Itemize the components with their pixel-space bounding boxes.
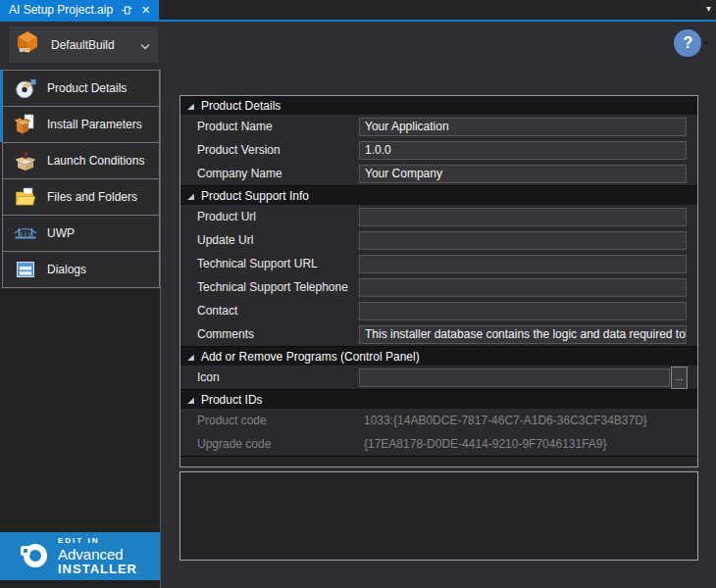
- grid-row: Update Url: [180, 228, 697, 252]
- section-title: Product IDs: [201, 393, 263, 407]
- main-panel: ◢Product DetailsProduct NameYour Applica…: [161, 69, 716, 588]
- description-panel: [179, 471, 698, 561]
- msi-package-icon: MSI: [15, 29, 40, 60]
- field-label: Product Version: [180, 143, 359, 157]
- field-label: Comments: [180, 327, 359, 341]
- sidebar-item-dialogs[interactable]: Dialogs: [2, 251, 160, 288]
- section-title: Product Details: [201, 99, 281, 113]
- uwp-bridge-icon: [14, 221, 37, 245]
- field-input[interactable]: Your Application: [359, 118, 687, 136]
- help-button[interactable]: ?: [674, 29, 701, 57]
- field-input[interactable]: 1.0.0: [359, 141, 687, 160]
- field-input[interactable]: Your Company: [359, 165, 687, 183]
- tab-ai-setup-project[interactable]: AI Setup Project.aip ✕: [0, 0, 159, 20]
- field-value: Your Application: [360, 120, 449, 133]
- badge-line1: EDIT IN: [58, 537, 137, 545]
- files-folders-folder-icon: [14, 185, 37, 209]
- sidebar-item-label: Product Details: [47, 81, 127, 95]
- sidebar-item-product-details[interactable]: Product Details: [2, 70, 160, 107]
- grid-row: Technical Support Telephone: [180, 275, 697, 299]
- field-input[interactable]: [359, 302, 687, 320]
- property-grid: ◢Product DetailsProduct NameYour Applica…: [179, 95, 698, 467]
- collapse-triangle-icon[interactable]: ◢: [187, 191, 194, 200]
- navigation-sidebar: Product Details Install Parameters: [0, 69, 161, 588]
- sidebar-item-launch-conditions[interactable]: ? Launch Conditions: [2, 142, 160, 179]
- sidebar-item-files-and-folders[interactable]: Files and Folders: [2, 178, 160, 216]
- collapse-triangle-icon[interactable]: ◢: [187, 352, 194, 361]
- collapse-triangle-icon[interactable]: ◢: [187, 101, 194, 110]
- field-label: Icon: [180, 370, 359, 384]
- field-label: Update Url: [180, 233, 359, 247]
- grid-row: Icon...: [180, 366, 697, 389]
- field-value: 1.0.0: [360, 143, 391, 157]
- field-label: Technical Support Telephone: [180, 280, 359, 294]
- grid-row: Upgrade code{17EA8178-D0DE-4414-9210-9F7…: [180, 432, 697, 456]
- document-tab-strip: AI Setup Project.aip ✕ ▾: [0, 0, 716, 22]
- advanced-installer-logo-icon: [20, 540, 49, 573]
- collapse-triangle-icon[interactable]: ◢: [187, 395, 194, 404]
- dialogs-window-icon: [14, 258, 37, 281]
- grid-row: CommentsThis installer database contains…: [180, 322, 697, 346]
- product-details-disc-icon: [14, 76, 37, 100]
- field-label: Company Name: [180, 167, 359, 180]
- tab-title: AI Setup Project.aip: [9, 3, 113, 17]
- section-header[interactable]: ◢Add or Remove Programs (Control Panel): [180, 346, 697, 366]
- svg-text:?: ?: [23, 149, 28, 161]
- field-input[interactable]: [359, 231, 687, 250]
- grid-row: Technical Support URL: [180, 252, 697, 275]
- browse-button[interactable]: ...: [671, 367, 688, 389]
- field-input[interactable]: [359, 368, 670, 387]
- question-mark-icon: ?: [684, 34, 693, 52]
- build-configuration-dropdown[interactable]: MSI DefaultBuild: [9, 26, 158, 63]
- chevron-down-icon: [140, 36, 150, 54]
- sidebar-item-label: Launch Conditions: [47, 154, 144, 168]
- badge-line3: INSTALLER: [58, 563, 137, 576]
- field-value: This installer database contains the log…: [360, 327, 687, 341]
- grid-filler: [180, 456, 697, 466]
- readonly-value: 1033:{14AB0DCE-7817-46C7-A1D6-36C3CF34B3…: [359, 414, 647, 427]
- edit-in-advanced-installer-badge[interactable]: EDIT IN Advanced INSTALLER: [0, 532, 160, 580]
- field-input[interactable]: This installer database contains the log…: [359, 325, 687, 344]
- grid-row: Product Version1.0.0: [180, 138, 697, 162]
- section-title: Add or Remove Programs (Control Panel): [201, 350, 420, 364]
- section-header[interactable]: ◢Product Details: [180, 96, 697, 115]
- section-header[interactable]: ◢Product IDs: [180, 389, 697, 409]
- field-value: Your Company: [360, 167, 442, 180]
- sidebar-item-label: UWP: [47, 226, 75, 240]
- field-input[interactable]: [359, 278, 687, 297]
- field-input[interactable]: [359, 255, 687, 273]
- field-label: Contact: [180, 304, 359, 318]
- field-label: Product code: [180, 414, 359, 427]
- sidebar-item-label: Install Parameters: [47, 118, 142, 131]
- help-chevron-down-icon[interactable]: ▾: [703, 38, 708, 48]
- field-label: Upgrade code: [180, 437, 359, 451]
- section-title: Product Support Info: [201, 189, 309, 203]
- grid-row: Contact: [180, 299, 697, 322]
- grid-row: Company NameYour Company: [180, 162, 697, 185]
- advanced-installer-window: AI Setup Project.aip ✕ ▾ MSI DefaultBuil…: [0, 0, 716, 588]
- sidebar-item-uwp[interactable]: UWP: [2, 215, 160, 252]
- nav-list: Product Details Install Parameters: [2, 70, 160, 288]
- section-header[interactable]: ◢Product Support Info: [180, 185, 697, 205]
- sidebar-item-label: Dialogs: [47, 263, 86, 276]
- launch-conditions-question-box-icon: ?: [14, 149, 37, 172]
- grid-row: Product Url: [180, 205, 697, 228]
- field-label: Product Url: [180, 210, 359, 223]
- field-label: Product Name: [180, 120, 359, 133]
- close-icon[interactable]: ✕: [141, 5, 150, 16]
- badge-line2: Advanced: [58, 547, 137, 563]
- field-label: Technical Support URL: [180, 257, 359, 270]
- build-configuration-label: DefaultBuild: [51, 38, 129, 52]
- readonly-value: {17EA8178-D0DE-4414-9210-9F7046131FA9}: [359, 437, 607, 451]
- pin-icon[interactable]: [122, 5, 132, 16]
- sidebar-item-label: Files and Folders: [47, 190, 137, 204]
- install-parameters-box-icon: [14, 113, 37, 136]
- grid-row: Product NameYour Application: [180, 115, 697, 138]
- field-input[interactable]: [359, 208, 687, 226]
- grid-row: Product code1033:{14AB0DCE-7817-46C7-A1D…: [180, 409, 697, 432]
- sidebar-item-install-parameters[interactable]: Install Parameters: [2, 106, 160, 143]
- svg-text:MSI: MSI: [20, 47, 30, 53]
- tab-overflow-chevron-down-icon[interactable]: ▾: [706, 3, 711, 14]
- toolbar: MSI DefaultBuild ? ▾: [0, 22, 716, 69]
